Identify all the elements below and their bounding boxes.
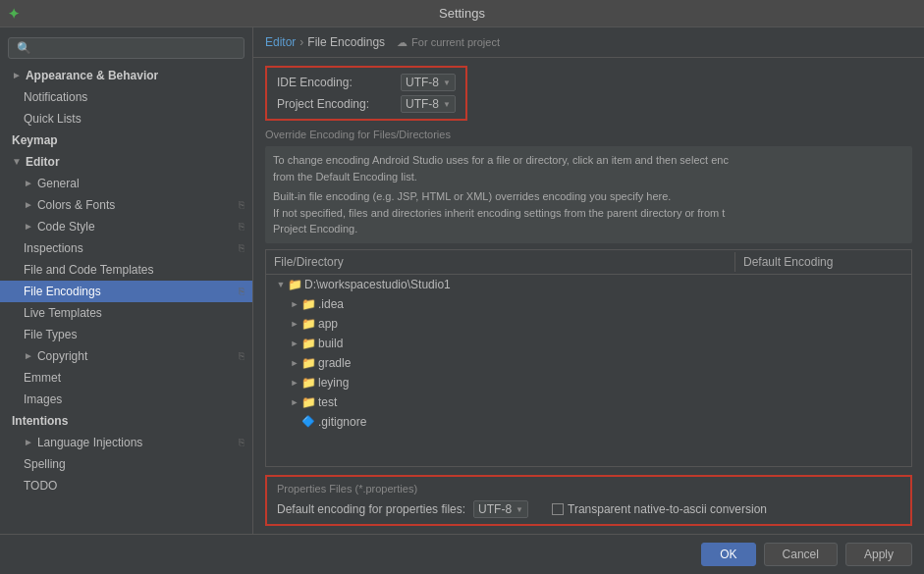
sidebar-label: Images — [24, 391, 62, 408]
file-table-body[interactable]: ▼ 📁 D:\workspacestudio\Studio1 ► 📁 .idea — [266, 275, 911, 467]
sidebar-label: Editor — [26, 153, 60, 171]
col-header-file: File/Directory — [266, 252, 734, 272]
sidebar-item-livetemplates[interactable]: Live Templates — [0, 302, 252, 324]
search-input[interactable] — [8, 37, 245, 59]
breadcrumb-sep: › — [299, 35, 303, 49]
transparent-checkbox-area[interactable]: Transparent native-to-ascii conversion — [552, 502, 767, 516]
tree-row-root[interactable]: ▼ 📁 D:\workspacestudio\Studio1 — [266, 275, 911, 294]
tree-label-root: D:\workspacestudio\Studio1 — [304, 278, 451, 291]
tree-arrow-gradle: ► — [288, 358, 301, 368]
sidebar-label: Appearance & Behavior — [26, 67, 158, 84]
sidebar-item-codestyle[interactable]: Code Style ⎘ — [0, 216, 252, 237]
properties-encoding-value: UTF-8 — [478, 502, 512, 516]
tree-row-idea[interactable]: ► 📁 .idea — [266, 294, 911, 314]
sidebar-label: Live Templates — [24, 304, 102, 322]
sidebar-item-languageinjections[interactable]: Language Injections ⎘ — [0, 432, 252, 453]
col-header-encoding: Default Encoding — [734, 252, 911, 272]
file-table: File/Directory Default Encoding ▼ 📁 D:\w… — [265, 249, 912, 468]
sidebar-item-emmet[interactable]: Emmet — [0, 367, 252, 389]
folder-icon: 📁 — [301, 317, 315, 331]
badge-icon: ⎘ — [239, 196, 245, 214]
sidebar-label: Quick Lists — [24, 110, 82, 128]
transparent-checkbox[interactable] — [552, 503, 564, 515]
properties-encoding-select[interactable]: UTF-8 — [473, 500, 528, 518]
tree-row-app[interactable]: ► 📁 app — [266, 314, 911, 334]
sidebar-label: Language Injections — [37, 434, 142, 451]
sidebar: Appearance & Behavior Notifications Quic… — [0, 27, 253, 534]
tree-row-build[interactable]: ► 📁 build — [266, 334, 911, 353]
sidebar-item-notifications[interactable]: Notifications — [0, 86, 252, 108]
sidebar-label: Notifications — [24, 88, 87, 106]
tree-row-leying[interactable]: ► 📁 leying — [266, 373, 911, 392]
ide-encoding-row: IDE Encoding: UTF-8 — [277, 74, 456, 91]
dialog-body: Appearance & Behavior Notifications Quic… — [0, 27, 924, 534]
sidebar-item-quicklists[interactable]: Quick Lists — [0, 108, 252, 130]
tree-row-gradle[interactable]: ► 📁 gradle — [266, 353, 911, 373]
breadcrumb-editor[interactable]: Editor — [265, 35, 296, 49]
folder-icon: 📁 — [301, 337, 315, 350]
arrow-icon — [12, 153, 22, 171]
title-bar: ✦ Settings — [0, 0, 924, 27]
sidebar-label: Emmet — [24, 369, 61, 387]
sidebar-item-general[interactable]: General — [0, 173, 252, 194]
transparent-label: Transparent native-to-ascii conversion — [568, 502, 767, 516]
sidebar-item-copyright[interactable]: Copyright ⎘ — [0, 345, 252, 367]
tree-row-test[interactable]: ► 📁 test — [266, 392, 911, 412]
ide-encoding-select[interactable]: UTF-8 — [401, 74, 456, 91]
sidebar-label: General — [37, 175, 80, 192]
sidebar-item-inspections[interactable]: Inspections ⎘ — [0, 237, 252, 259]
tree-label-gradle: gradle — [318, 356, 351, 370]
breadcrumb-badge-text: For current project — [411, 36, 500, 48]
sidebar-label: Colors & Fonts — [37, 196, 115, 214]
tree-arrow-build: ► — [288, 339, 301, 348]
arrow-icon — [24, 196, 33, 214]
sidebar-item-colorfonts[interactable]: Colors & Fonts ⎘ — [0, 194, 252, 216]
arrow-icon — [24, 434, 33, 451]
override-label: Override Encoding for Files/Directories — [265, 129, 912, 140]
sidebar-item-filetypes[interactable]: File Types — [0, 324, 252, 345]
project-encoding-row: Project Encoding: UTF-8 — [277, 95, 456, 113]
sidebar-item-intentions[interactable]: Intentions — [0, 410, 252, 432]
sidebar-label: Keymap — [12, 131, 58, 149]
main-content: Editor › File Encodings ☁ For current pr… — [253, 27, 924, 534]
breadcrumb-fileencodings: File Encodings — [307, 35, 385, 49]
cloud-icon: ☁ — [397, 36, 408, 49]
folder-icon: 📁 — [301, 297, 315, 311]
file-table-header: File/Directory Default Encoding — [266, 250, 911, 275]
tree-arrow-leying: ► — [288, 378, 301, 388]
sidebar-item-images[interactable]: Images — [0, 389, 252, 410]
sidebar-item-filecodetemplates[interactable]: File and Code Templates — [0, 259, 252, 281]
sidebar-label: File Types — [24, 326, 77, 343]
properties-row: Default encoding for properties files: U… — [277, 500, 900, 518]
encoding-section: IDE Encoding: UTF-8 Project Encoding: UT… — [265, 66, 467, 121]
breadcrumb: Editor › File Encodings ☁ For current pr… — [253, 27, 924, 58]
sidebar-item-appearance[interactable]: Appearance & Behavior — [0, 65, 252, 86]
ok-button[interactable]: OK — [701, 543, 755, 566]
folder-icon: 📁 — [288, 278, 301, 291]
sidebar-label: Copyright — [37, 347, 87, 365]
arrow-icon — [12, 67, 22, 84]
sidebar-item-keymap[interactable]: Keymap — [0, 130, 252, 151]
tree-arrow-app: ► — [288, 319, 301, 329]
tree-label-leying: leying — [318, 376, 349, 390]
tree-row-gitignore[interactable]: 🔷 .gitignore — [266, 412, 911, 432]
info-line5: If not specified, files and directories … — [273, 205, 904, 222]
project-encoding-select[interactable]: UTF-8 — [401, 95, 456, 113]
default-encoding-label: Default encoding for properties files: — [277, 502, 465, 516]
sidebar-item-fileencodings[interactable]: File Encodings ⎘ — [0, 281, 252, 302]
cancel-button[interactable]: Cancel — [764, 543, 838, 566]
sidebar-item-spelling[interactable]: Spelling — [0, 453, 252, 475]
project-encoding-value: UTF-8 — [406, 97, 439, 111]
project-encoding-label: Project Encoding: — [277, 97, 395, 111]
sidebar-item-editor[interactable]: Editor — [0, 151, 252, 173]
apply-button[interactable]: Apply — [845, 543, 912, 566]
file-icon: 🔷 — [301, 415, 315, 429]
sidebar-label: File Encodings — [24, 283, 101, 300]
sidebar-label: TODO — [24, 477, 57, 495]
sidebar-label: File and Code Templates — [24, 261, 154, 279]
arrow-icon — [24, 347, 33, 365]
tree-label-test: test — [318, 395, 337, 409]
tree-arrow-idea: ► — [288, 299, 301, 309]
sidebar-item-todo[interactable]: TODO — [0, 475, 252, 496]
info-line1: To change encoding Android Studio uses f… — [273, 152, 904, 169]
